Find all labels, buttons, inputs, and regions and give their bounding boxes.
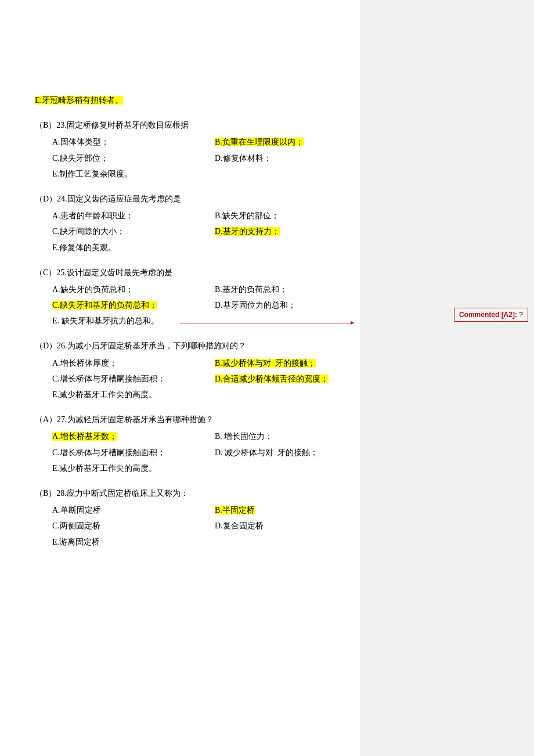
q23-option-c: C.缺失牙部位； [52,151,215,165]
q27-option-a: A.增长桥基牙数； [52,429,215,444]
q24-option-c: C.缺牙间隙的大小； [52,224,215,239]
q28-option-c: C.两侧固定桥 [52,519,215,533]
q26-option-c: C.增长桥体与牙槽嗣接触面积； [52,372,215,386]
question-27: （A）27.为减轻后牙固定桥基牙承当有哪种措施？ A.增长桥基牙数； B. 增长… [35,412,337,476]
q27-option-d: D. 减少桥体与对 牙的接触； [215,445,337,460]
q28-option-row-1: A.单断固定桥 B.半固定桥 [52,503,337,517]
q25-title: （C）25.设计固定义齿时最先考虑的是 [35,265,337,280]
q25-option-row-1: A.缺失牙的负荷总和； B.基牙的负荷总和； [52,282,337,297]
q24-option-e: E.修复体的美观。 [52,240,337,255]
q26-options: A.增长桥体厚度； B.减少桥体与对 牙的接触； C.增长桥体与牙槽嗣接触面积；… [52,356,337,402]
q24-prefix: （D）24. [35,195,67,203]
q23-text: 固定桥修复时桥基牙的数目应根据 [67,121,189,129]
q26-option-e: E.减少桥基牙工作尖的高度。 [52,387,337,402]
q25-options: A.缺失牙的负荷总和； B.基牙的负荷总和； C.缺失牙和基牙的负荷总和； D.… [52,282,337,329]
sidebar-panel: Commented [A2]: ? [360,0,534,756]
question-25: （C）25.设计固定义齿时最先考虑的是 A.缺失牙的负荷总和； B.基牙的负荷总… [35,265,337,329]
question-23: （B）23.固定桥修复时桥基牙的数目应根据 A.固体体类型； B.负重在生理限度… [35,118,337,181]
q26-text: 为减小后牙固定桥基牙承当，下列哪种措施对的？ [67,341,246,350]
q28-text: 应力中断式固定桥临床上又称为： [67,489,189,498]
q24-option-row-2: C.缺牙间隙的大小； D.基牙的支持力； [52,224,337,239]
main-content: E.牙冠畸形稍有扭转者。 （B）23.固定桥修复时桥基牙的数目应根据 A.固体体… [0,0,360,583]
q27-prefix: （A）27. [35,415,67,424]
q27-text: 为减轻后牙固定桥基牙承当有哪种措施？ [67,415,214,424]
q23-option-e: E.制作工艺复杂限度。 [52,167,337,181]
e-item-text: E.牙冠畸形稍有扭转者。 [35,96,123,105]
q26-option-b: B.减少桥体与对 牙的接触； [215,356,337,370]
q25-option-e: E. 缺失牙和基牙抗力的总和。 [52,314,337,328]
e-item-block: E.牙冠畸形稍有扭转者。 [35,93,337,107]
q28-prefix: （B）28. [35,489,67,498]
q27-option-row-2: C.增长桥体与牙槽嗣接触面积； D. 减少桥体与对 牙的接触； [52,445,337,460]
q24-option-d: D.基牙的支持力； [215,224,337,239]
q23-option-row-1: A.固体体类型； B.负重在生理限度以内； [52,135,337,149]
q26-option-row-1: A.增长桥体厚度； B.减少桥体与对 牙的接触； [52,356,337,370]
q26-prefix: （D）26. [35,341,67,350]
q28-option-e: E.游离固定桥 [52,535,337,549]
q23-option-b: B.负重在生理限度以内； [215,135,337,149]
q23-option-d: D.修复体材料； [215,151,337,165]
q27-option-c: C.增长桥体与牙槽嗣接触面积； [52,445,215,460]
q26-option-row-2: C.增长桥体与牙槽嗣接触面积； D.合适减少桥体颊舌径的宽度； [52,372,337,386]
q26-option-a: A.增长桥体厚度； [52,356,215,370]
q24-option-row-1: A.患者的年龄和职业； B.缺失牙的部位； [52,208,337,223]
question-26: （D）26.为减小后牙固定桥基牙承当，下列哪种措施对的？ A.增长桥体厚度； B… [35,339,337,402]
q28-title: （B）28.应力中断式固定桥临床上又称为： [35,486,337,501]
q23-title: （B）23.固定桥修复时桥基牙的数目应根据 [35,118,337,132]
q23-options: A.固体体类型； B.负重在生理限度以内； C.缺失牙部位； D.修复体材料； … [52,135,337,181]
q27-option-b: B. 增长固位力； [215,429,337,444]
question-24: （D）24.固定义齿的适应症最先考虑的是 A.患者的年龄和职业； B.缺失牙的部… [35,192,337,255]
q26-title: （D）26.为减小后牙固定桥基牙承当，下列哪种措施对的？ [35,339,337,353]
q28-options: A.单断固定桥 B.半固定桥 C.两侧固定桥 D.复合固定桥 E.游离固定桥 [52,503,337,549]
q23-option-row-2: C.缺失牙部位； D.修复体材料； [52,151,337,165]
comment-connector [180,323,354,323]
q25-text: 设计固定义齿时最先考虑的是 [67,268,172,277]
q27-option-row-1: A.增长桥基牙数； B. 增长固位力； [52,429,337,444]
q25-option-a: A.缺失牙的负荷总和； [52,282,215,297]
q23-prefix: （B）23. [35,121,67,129]
q27-title: （A）27.为减轻后牙固定桥基牙承当有哪种措施？ [35,412,337,427]
q23-option-a: A.固体体类型； [52,135,215,149]
q27-options: A.增长桥基牙数； B. 增长固位力； C.增长桥体与牙槽嗣接触面积； D. 减… [52,429,337,476]
q28-option-b: B.半固定桥 [215,503,337,517]
q24-option-b: B.缺失牙的部位； [215,208,337,223]
q26-option-d: D.合适减少桥体颊舌径的宽度； [215,372,337,386]
q24-option-a: A.患者的年龄和职业； [52,208,215,223]
q25-option-d: D.基牙固位力的总和； [215,298,337,312]
q25-prefix: （C）25. [35,268,67,277]
comment-box-a2: Commented [A2]: ? [454,308,528,322]
q24-options: A.患者的年龄和职业； B.缺失牙的部位； C.缺牙间隙的大小； D.基牙的支持… [52,208,337,255]
q28-option-row-2: C.两侧固定桥 D.复合固定桥 [52,519,337,533]
question-28: （B）28.应力中断式固定桥临床上又称为： A.单断固定桥 B.半固定桥 C.两… [35,486,337,549]
q27-option-e: E.减少桥基牙工作尖的高度。 [52,461,337,476]
q25-option-c: C.缺失牙和基牙的负荷总和； [52,298,215,312]
q28-option-a: A.单断固定桥 [52,503,215,517]
q24-text: 固定义齿的适应症最先考虑的是 [67,195,181,203]
q25-option-b: B.基牙的负荷总和； [215,282,337,297]
q24-title: （D）24.固定义齿的适应症最先考虑的是 [35,192,337,206]
comment-label: Commented [A2]: [459,311,517,319]
q28-option-d: D.复合固定桥 [215,519,337,533]
q25-option-row-2: C.缺失牙和基牙的负荷总和； D.基牙固位力的总和； [52,298,337,312]
comment-text: ? [519,311,523,319]
